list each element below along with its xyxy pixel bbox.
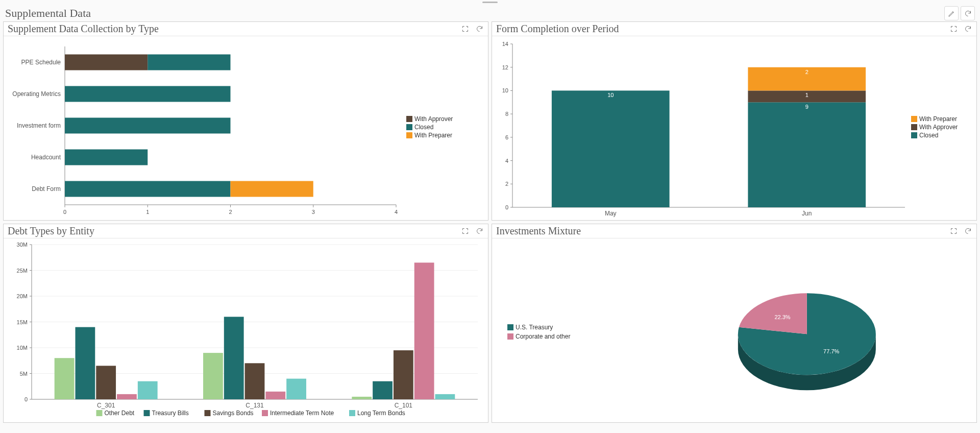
svg-rect-20 [65, 150, 148, 165]
svg-text:20M: 20M [17, 293, 28, 299]
svg-rect-60 [911, 124, 917, 130]
svg-text:With Preparer: With Preparer [919, 115, 957, 123]
svg-text:Treasury Bills: Treasury Bills [152, 410, 189, 417]
panel-debt-types: Debt Types by Entity 05M10M15M20M25M30MC… [3, 224, 488, 423]
refresh-icon[interactable] [475, 227, 484, 236]
chart-debt-types: 05M10M15M20M25M30MC_301C_131C_101Other D… [4, 238, 488, 422]
svg-text:14: 14 [502, 41, 508, 47]
svg-rect-91 [117, 394, 137, 399]
svg-rect-13 [65, 55, 148, 70]
svg-text:Closed: Closed [919, 132, 938, 139]
svg-text:C_301: C_301 [97, 402, 115, 409]
svg-rect-104 [435, 394, 455, 399]
svg-text:Savings Bonds: Savings Bonds [213, 410, 254, 417]
svg-rect-95 [224, 317, 244, 399]
svg-text:22.3%: 22.3% [774, 314, 790, 320]
svg-text:May: May [605, 210, 617, 217]
svg-rect-62 [911, 132, 917, 138]
window-drag-handle[interactable] [0, 0, 980, 4]
svg-rect-94 [203, 353, 223, 399]
svg-text:0: 0 [24, 396, 28, 402]
svg-rect-119 [507, 333, 513, 340]
svg-text:Intermediate Term Note: Intermediate Term Note [270, 410, 334, 417]
refresh-icon[interactable] [963, 227, 972, 236]
svg-rect-102 [394, 350, 413, 399]
svg-text:C_101: C_101 [395, 402, 413, 409]
svg-text:2: 2 [805, 69, 808, 75]
chart-investments-mixture: 77.7%22.3%U.S. TreasuryCorporate and oth… [492, 238, 976, 422]
svg-rect-16 [65, 86, 231, 102]
svg-rect-26 [406, 124, 412, 130]
svg-text:Debt Form: Debt Form [32, 185, 61, 193]
maximize-icon[interactable] [460, 227, 470, 236]
svg-text:0: 0 [63, 209, 66, 215]
svg-text:Headcount: Headcount [31, 154, 61, 161]
svg-text:Other Debt: Other Debt [105, 410, 135, 417]
svg-text:Operating Metrics: Operating Metrics [12, 90, 61, 98]
svg-text:Corporate and other: Corporate and other [516, 333, 570, 340]
svg-rect-23 [231, 181, 313, 197]
svg-text:10M: 10M [17, 345, 28, 351]
svg-text:77.7%: 77.7% [823, 348, 839, 354]
svg-text:6: 6 [505, 134, 508, 140]
svg-rect-107 [144, 410, 150, 416]
svg-text:0: 0 [505, 204, 508, 210]
panel-title: Form Completion over Period [496, 23, 619, 35]
svg-text:Investment form: Investment form [17, 122, 61, 129]
svg-text:30M: 30M [17, 242, 28, 248]
svg-rect-89 [75, 327, 95, 399]
svg-rect-97 [265, 392, 285, 399]
svg-rect-101 [373, 381, 393, 399]
dashboard-header: Supplemental Data [0, 4, 980, 21]
svg-text:With Preparer: With Preparer [414, 132, 452, 139]
maximize-icon[interactable] [460, 25, 470, 34]
svg-text:4: 4 [395, 209, 398, 215]
svg-rect-49 [552, 90, 670, 207]
svg-text:With Approver: With Approver [919, 124, 958, 131]
panel-investments-mixture: Investments Mixture 77.7%22.3%U.S. Treas… [492, 224, 977, 423]
refresh-icon[interactable] [961, 6, 975, 20]
refresh-icon[interactable] [475, 25, 484, 34]
chart-supplement-by-type: 01234PPE ScheduleOperating MetricsInvest… [4, 36, 488, 220]
chart-form-completion: 02468101214May10Jun912With PreparerWith … [492, 36, 976, 220]
svg-rect-105 [96, 410, 103, 416]
dashboard-title: Supplemental Data [5, 7, 91, 20]
svg-rect-14 [148, 55, 230, 70]
svg-text:PPE Schedule: PPE Schedule [21, 59, 61, 66]
svg-rect-52 [748, 102, 866, 207]
svg-rect-90 [96, 366, 116, 399]
svg-rect-113 [349, 410, 355, 416]
svg-text:15M: 15M [17, 319, 28, 325]
svg-text:2: 2 [229, 209, 232, 215]
svg-rect-58 [911, 116, 917, 122]
svg-rect-98 [286, 379, 306, 399]
svg-text:10: 10 [607, 92, 614, 98]
svg-text:8: 8 [505, 111, 508, 117]
svg-rect-24 [406, 116, 412, 122]
svg-text:2: 2 [505, 181, 508, 187]
svg-rect-18 [65, 118, 231, 134]
svg-text:10: 10 [502, 87, 508, 93]
panel-title: Supplement Data Collection by Type [8, 23, 159, 35]
svg-text:25M: 25M [17, 268, 28, 274]
panel-title: Investments Mixture [496, 225, 581, 237]
svg-text:Long Term Bonds: Long Term Bonds [357, 410, 405, 417]
svg-rect-109 [205, 410, 211, 416]
svg-text:3: 3 [312, 209, 315, 215]
maximize-icon[interactable] [949, 227, 958, 236]
svg-rect-96 [245, 363, 265, 399]
svg-text:C_131: C_131 [246, 402, 264, 409]
edit-icon[interactable] [944, 6, 959, 20]
svg-text:1: 1 [146, 209, 149, 215]
svg-rect-100 [352, 397, 372, 399]
svg-rect-111 [262, 410, 268, 416]
panel-form-completion: Form Completion over Period 02468101214M… [492, 21, 977, 221]
svg-text:Jun: Jun [802, 210, 812, 217]
svg-text:12: 12 [502, 64, 508, 70]
maximize-icon[interactable] [949, 25, 958, 34]
refresh-icon[interactable] [963, 25, 972, 34]
svg-text:5M: 5M [20, 371, 28, 377]
svg-text:Closed: Closed [414, 124, 433, 131]
svg-rect-117 [507, 324, 513, 330]
panel-supplement-data-collection: Supplement Data Collection by Type 01234… [3, 21, 488, 221]
